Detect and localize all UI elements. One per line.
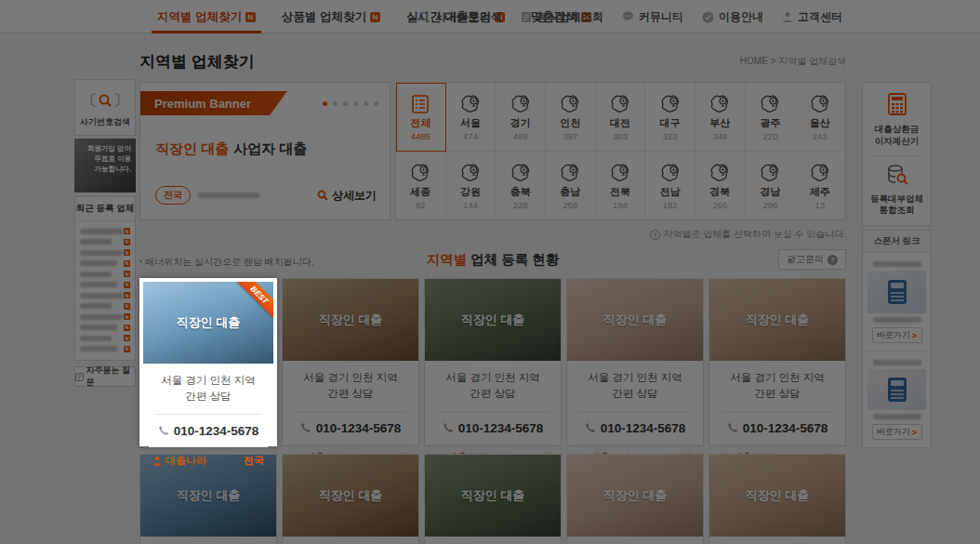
region-count: 13 [814,200,825,210]
company-card[interactable]: 직장인 대출 서울 경기 인천 지역 간편 상담 010-1234-5678 대… [139,454,277,544]
pagination-dot[interactable] [333,101,338,106]
utility-nav: 사기번호검색 정식업체조회 커뮤니티 이용안내 고객센터 [418,0,842,33]
card-region-line: 서울 경기 인천 지역 [709,370,845,386]
card-region-line: 서울 경기 인천 지역 [425,370,561,386]
recent-company-item[interactable]: N [80,259,130,270]
region-cell[interactable]: 경남 296 [746,152,796,220]
recent-company-item[interactable]: N [80,312,130,323]
pagination-dot[interactable] [323,101,327,106]
region-map-pin-icon [458,162,483,184]
region-cell[interactable]: 대구 323 [645,83,695,152]
region-name: 광주 [760,116,780,130]
nav-tab[interactable]: 상품별 업체찾기 N [269,0,393,33]
card-phone[interactable]: 010-1234-5678 [143,415,273,446]
pagination-dot[interactable] [353,101,358,106]
premium-banner[interactable]: Premium Banner 직장인 대출사업자 대출 전국 상세보기 [139,82,391,220]
recent-company-item[interactable]: N [80,344,130,355]
region-cell[interactable]: 부산 348 [695,83,746,152]
region-cell[interactable]: 제주 13 [795,152,845,220]
company-card[interactable]: 직장인 대출 서울 경기 인천 지역 간편 상담 010-1234-5678 대… [566,454,704,544]
region-cell[interactable]: 대전 303 [596,83,646,152]
sponsor-links-header: 스폰서 링크 [863,231,931,253]
blurred-sponsor-caption [873,414,921,419]
region-cell[interactable]: 강원 144 [446,152,497,220]
region-name: 전북 [610,185,630,199]
card-phone[interactable]: 010-1234-5678 [709,412,845,444]
card-phone[interactable]: 010-1234-5678 [425,412,561,444]
ad-inquiry-button[interactable]: 광고문의 ? [778,249,846,270]
region-cell[interactable]: 광주 220 [746,83,796,152]
faq-button[interactable]: ? 자주묻는 질문 [74,366,136,387]
sponsor-item[interactable]: 바로가기 > [863,253,931,351]
card-region-line: 간편 상담 [567,386,703,402]
company-card[interactable]: 직장인 대출 서울 경기 인천 지역 간편 상담 010-1234-5678 대… [282,278,419,446]
nav-tab[interactable]: 지역별 업체찾기 N [144,0,269,33]
region-cell[interactable]: 경기 499 [496,83,546,152]
region-count: 303 [613,131,628,141]
recent-company-item[interactable]: N [80,280,130,291]
recent-company-item[interactable]: N [80,237,130,248]
pagination-dot[interactable] [374,101,378,106]
region-map-pin-icon [509,162,533,184]
utility-customer-center[interactable]: 고객센터 [782,0,842,33]
utility-fraud-search[interactable]: 사기번호검색 [418,0,502,33]
utility-company-lookup[interactable]: 정식업체조회 [521,0,603,33]
card-phone[interactable]: 010-1234-5678 [567,412,703,444]
pagination-dot[interactable] [364,101,368,106]
card-region-line: 간편 상담 [709,386,845,402]
card-phone[interactable]: 010-1234-5678 [283,412,418,444]
sponsor-go-button[interactable]: 바로가기 > [872,424,922,440]
region-cell[interactable]: 경북 266 [695,152,746,220]
person-icon [782,11,793,23]
company-card[interactable]: 직장인 대출 서울 경기 인천 지역 간편 상담 010-1234-5678 대… [709,454,846,544]
loan-interest-calculator-link[interactable]: 대출상환금 이자계산기 [866,92,928,148]
registered-lender-lookup-link[interactable]: 등록대부업체 통합조회 [866,164,928,218]
company-card[interactable]: 직장인 대출 서울 경기 인천 지역 간편 상담 010-1234-5678 대… [424,278,562,446]
recent-company-item[interactable]: N [80,247,130,259]
region-cell[interactable]: 인천 397 [546,83,596,152]
card-photo: 직장인 대출 [567,455,703,537]
utility-label: 사기번호검색 [435,9,502,25]
card-region-line: 서울 경기 인천 지역 [283,370,418,386]
company-card[interactable]: 직장인 대출 서울 경기 인천 지역 간편 상담 010-1234-5678 대… [566,278,704,446]
company-card[interactable]: BEST 직장인 대출 서울 경기 인천 지역 간편 상담 010-1234-5… [139,278,277,446]
utility-guide[interactable]: 이용안내 [702,0,763,33]
region-cell-all[interactable]: 전체 4485 [396,83,446,152]
region-count: 474 [463,131,478,141]
recent-company-item[interactable]: N [80,226,130,237]
region-cell[interactable]: 울산 243 [795,83,845,152]
free-signup-promo-banner[interactable]: 회원가입 없이 무료로 이용 가능합니다. [74,139,136,192]
pagination-dot[interactable] [343,101,348,106]
section-title-rest: 업체 등록 현황 [470,252,559,267]
region-cell[interactable]: 충북 228 [496,152,546,220]
recent-company-item[interactable]: N [80,333,130,344]
region-cell[interactable]: 전남 182 [645,152,695,220]
detail-link[interactable]: 상세보기 [317,188,377,204]
breadcrumb: HOME > 지역별 업체검색 [740,55,846,68]
region-name: 대전 [610,116,630,130]
region-map-pin-icon [708,93,732,115]
company-card[interactable]: 직장인 대출 서울 경기 인천 지역 간편 상담 010-1234-5678 대… [424,454,562,544]
company-card[interactable]: 직장인 대출 서울 경기 인천 지역 간편 상담 010-1234-5678 대… [282,454,419,544]
card-product-title: 직장인 대출 [603,312,668,328]
card-company[interactable]: 대출나라 [152,454,206,468]
card-region-line: 간편 상담 [425,386,561,402]
recent-company-item[interactable]: N [80,269,130,280]
recent-company-item[interactable]: N [80,290,130,301]
sponsor-item[interactable]: 바로가기 > [863,351,931,447]
region-name: 부산 [709,116,730,130]
region-cell[interactable]: 세종 92 [396,152,446,220]
utility-community[interactable]: 커뮤니티 [622,0,683,33]
card-product-title: 직장인 대출 [319,487,383,504]
company-card[interactable]: 직장인 대출 서울 경기 인천 지역 간편 상담 010-1234-5678 대… [709,278,846,446]
region-map-pin-icon [558,93,582,115]
region-cell[interactable]: 전북 198 [596,152,646,220]
card-region-line: 간편 상담 [143,389,273,405]
sponsor-go-button[interactable]: 바로가기 > [872,327,922,343]
region-name: 강원 [460,185,481,199]
recent-company-item[interactable]: N [80,301,130,312]
recent-company-item[interactable]: N [80,323,130,334]
region-cell[interactable]: 서울 474 [446,83,497,152]
region-cell[interactable]: 충남 259 [546,152,596,220]
fraud-number-search-widget[interactable]: 〔 〕 사기번호검색 [74,79,136,136]
